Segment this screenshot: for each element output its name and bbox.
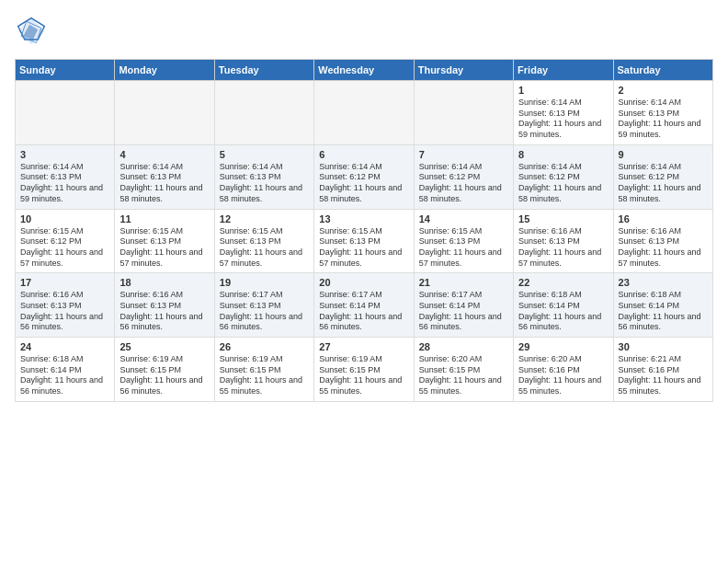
- day-info: Sunrise: 6:14 AM Sunset: 6:12 PM Dayligh…: [619, 162, 708, 205]
- day-number: 15: [518, 213, 608, 224]
- day-info: Sunrise: 6:14 AM Sunset: 6:12 PM Dayligh…: [319, 162, 408, 205]
- calendar-table: SundayMondayTuesdayWednesdayThursdayFrid…: [15, 59, 713, 402]
- calendar-cell: [214, 81, 313, 145]
- day-info: Sunrise: 6:14 AM Sunset: 6:13 PM Dayligh…: [119, 162, 209, 205]
- calendar-cell: 16Sunrise: 6:16 AM Sunset: 6:13 PM Dayli…: [613, 209, 712, 273]
- day-info: Sunrise: 6:14 AM Sunset: 6:13 PM Dayligh…: [20, 162, 109, 205]
- day-number: 12: [220, 213, 309, 224]
- weekday-header-monday: Monday: [115, 60, 214, 81]
- calendar-cell: 8Sunrise: 6:14 AM Sunset: 6:12 PM Daylig…: [514, 144, 613, 209]
- calendar-cell: 19Sunrise: 6:17 AM Sunset: 6:13 PM Dayli…: [214, 273, 313, 338]
- day-info: Sunrise: 6:16 AM Sunset: 6:13 PM Dayligh…: [20, 290, 109, 333]
- day-number: 13: [319, 213, 408, 224]
- weekday-header-wednesday: Wednesday: [314, 60, 414, 81]
- weekday-header-sunday: Sunday: [16, 60, 115, 81]
- day-info: Sunrise: 6:17 AM Sunset: 6:14 PM Dayligh…: [419, 290, 508, 333]
- day-info: Sunrise: 6:20 AM Sunset: 6:15 PM Dayligh…: [419, 354, 508, 397]
- day-number: 10: [20, 213, 109, 224]
- weekday-header-row: SundayMondayTuesdayWednesdayThursdayFrid…: [16, 60, 713, 81]
- calendar-cell: 12Sunrise: 6:15 AM Sunset: 6:13 PM Dayli…: [214, 209, 313, 273]
- calendar-week-3: 10Sunrise: 6:15 AM Sunset: 6:12 PM Dayli…: [16, 209, 713, 273]
- day-info: Sunrise: 6:21 AM Sunset: 6:16 PM Dayligh…: [619, 354, 708, 397]
- calendar-cell: [115, 81, 214, 145]
- calendar-cell: 25Sunrise: 6:19 AM Sunset: 6:15 PM Dayli…: [115, 338, 214, 402]
- logo-icon: [15, 15, 48, 48]
- calendar-cell: 23Sunrise: 6:18 AM Sunset: 6:14 PM Dayli…: [613, 273, 712, 338]
- day-info: Sunrise: 6:14 AM Sunset: 6:13 PM Dayligh…: [619, 98, 708, 141]
- page-header: [15, 15, 713, 48]
- day-info: Sunrise: 6:14 AM Sunset: 6:12 PM Dayligh…: [419, 162, 508, 205]
- day-info: Sunrise: 6:19 AM Sunset: 6:15 PM Dayligh…: [220, 354, 309, 397]
- day-number: 27: [319, 341, 408, 352]
- day-info: Sunrise: 6:16 AM Sunset: 6:13 PM Dayligh…: [119, 290, 209, 333]
- calendar-cell: 5Sunrise: 6:14 AM Sunset: 6:13 PM Daylig…: [214, 144, 313, 209]
- day-number: 20: [319, 277, 408, 288]
- calendar-cell: 17Sunrise: 6:16 AM Sunset: 6:13 PM Dayli…: [16, 273, 115, 338]
- weekday-header-tuesday: Tuesday: [214, 60, 313, 81]
- day-number: 2: [619, 85, 708, 96]
- calendar-week-1: 1Sunrise: 6:14 AM Sunset: 6:13 PM Daylig…: [16, 81, 713, 145]
- day-number: 18: [119, 277, 209, 288]
- calendar-cell: 1Sunrise: 6:14 AM Sunset: 6:13 PM Daylig…: [514, 81, 613, 145]
- day-number: 23: [619, 277, 708, 288]
- day-info: Sunrise: 6:15 AM Sunset: 6:13 PM Dayligh…: [319, 226, 408, 270]
- day-info: Sunrise: 6:17 AM Sunset: 6:14 PM Dayligh…: [319, 290, 408, 333]
- day-number: 9: [619, 149, 708, 160]
- calendar-cell: 2Sunrise: 6:14 AM Sunset: 6:13 PM Daylig…: [613, 81, 712, 145]
- day-info: Sunrise: 6:18 AM Sunset: 6:14 PM Dayligh…: [20, 354, 109, 397]
- weekday-header-thursday: Thursday: [414, 60, 513, 81]
- day-info: Sunrise: 6:18 AM Sunset: 6:14 PM Dayligh…: [619, 290, 708, 333]
- day-number: 28: [419, 341, 508, 352]
- logo: [15, 15, 51, 48]
- calendar-cell: 30Sunrise: 6:21 AM Sunset: 6:16 PM Dayli…: [613, 338, 712, 402]
- day-info: Sunrise: 6:19 AM Sunset: 6:15 PM Dayligh…: [319, 354, 408, 397]
- calendar-cell: 29Sunrise: 6:20 AM Sunset: 6:16 PM Dayli…: [514, 338, 613, 402]
- day-number: 17: [20, 277, 109, 288]
- day-info: Sunrise: 6:15 AM Sunset: 6:12 PM Dayligh…: [20, 226, 109, 270]
- day-number: 14: [419, 213, 508, 224]
- day-number: 4: [119, 149, 209, 160]
- calendar-cell: 20Sunrise: 6:17 AM Sunset: 6:14 PM Dayli…: [314, 273, 414, 338]
- calendar-week-4: 17Sunrise: 6:16 AM Sunset: 6:13 PM Dayli…: [16, 273, 713, 338]
- day-number: 8: [518, 149, 608, 160]
- day-number: 16: [619, 213, 708, 224]
- calendar-cell: 4Sunrise: 6:14 AM Sunset: 6:13 PM Daylig…: [115, 144, 214, 209]
- day-info: Sunrise: 6:14 AM Sunset: 6:12 PM Dayligh…: [518, 162, 608, 205]
- calendar-cell: 28Sunrise: 6:20 AM Sunset: 6:15 PM Dayli…: [414, 338, 513, 402]
- day-number: 22: [518, 277, 608, 288]
- day-number: 1: [518, 85, 608, 96]
- day-info: Sunrise: 6:14 AM Sunset: 6:13 PM Dayligh…: [518, 98, 608, 141]
- day-info: Sunrise: 6:19 AM Sunset: 6:15 PM Dayligh…: [119, 354, 209, 397]
- day-number: 19: [220, 277, 309, 288]
- day-number: 30: [619, 341, 708, 352]
- calendar-cell: 22Sunrise: 6:18 AM Sunset: 6:14 PM Dayli…: [514, 273, 613, 338]
- day-info: Sunrise: 6:15 AM Sunset: 6:13 PM Dayligh…: [119, 226, 209, 270]
- day-info: Sunrise: 6:15 AM Sunset: 6:13 PM Dayligh…: [220, 226, 309, 270]
- calendar-cell: [414, 81, 513, 145]
- day-info: Sunrise: 6:20 AM Sunset: 6:16 PM Dayligh…: [518, 354, 608, 397]
- day-info: Sunrise: 6:16 AM Sunset: 6:13 PM Dayligh…: [619, 226, 708, 270]
- day-number: 25: [119, 341, 209, 352]
- calendar-cell: 14Sunrise: 6:15 AM Sunset: 6:13 PM Dayli…: [414, 209, 513, 273]
- day-number: 11: [119, 213, 209, 224]
- calendar-cell: 11Sunrise: 6:15 AM Sunset: 6:13 PM Dayli…: [115, 209, 214, 273]
- calendar-cell: 3Sunrise: 6:14 AM Sunset: 6:13 PM Daylig…: [16, 144, 115, 209]
- day-number: 26: [220, 341, 309, 352]
- calendar-cell: 10Sunrise: 6:15 AM Sunset: 6:12 PM Dayli…: [16, 209, 115, 273]
- day-number: 5: [220, 149, 309, 160]
- calendar-cell: 7Sunrise: 6:14 AM Sunset: 6:12 PM Daylig…: [414, 144, 513, 209]
- weekday-header-saturday: Saturday: [613, 60, 712, 81]
- day-number: 6: [319, 149, 408, 160]
- day-info: Sunrise: 6:14 AM Sunset: 6:13 PM Dayligh…: [220, 162, 309, 205]
- day-number: 3: [20, 149, 109, 160]
- calendar-cell: [314, 81, 414, 145]
- day-number: 21: [419, 277, 508, 288]
- calendar-cell: 9Sunrise: 6:14 AM Sunset: 6:12 PM Daylig…: [613, 144, 712, 209]
- calendar-cell: 24Sunrise: 6:18 AM Sunset: 6:14 PM Dayli…: [16, 338, 115, 402]
- calendar-week-5: 24Sunrise: 6:18 AM Sunset: 6:14 PM Dayli…: [16, 338, 713, 402]
- day-info: Sunrise: 6:15 AM Sunset: 6:13 PM Dayligh…: [419, 226, 508, 270]
- calendar-cell: 15Sunrise: 6:16 AM Sunset: 6:13 PM Dayli…: [514, 209, 613, 273]
- day-number: 29: [518, 341, 608, 352]
- weekday-header-friday: Friday: [514, 60, 613, 81]
- day-info: Sunrise: 6:16 AM Sunset: 6:13 PM Dayligh…: [518, 226, 608, 270]
